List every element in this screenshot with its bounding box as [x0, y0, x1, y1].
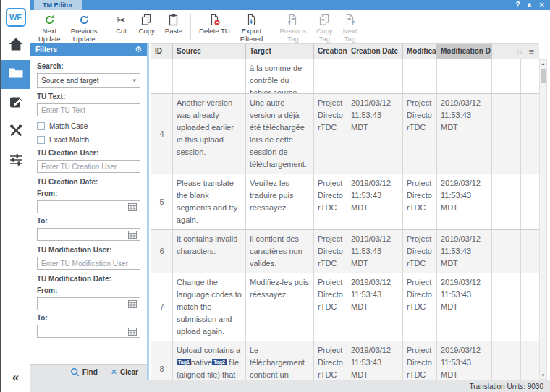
table-row[interactable]: 5Please translate the blank segments and…	[151, 174, 539, 230]
previous-update-button[interactable]: PreviousUpdate	[66, 12, 103, 44]
cell-id: 7	[151, 273, 173, 341]
tm-editor-window: WF	[0, 0, 550, 392]
creation-from-label: From:	[37, 189, 140, 197]
cell-id: 8	[151, 341, 173, 380]
toolbar-separator	[190, 13, 191, 40]
column-header-modification_user[interactable]: Modification	[403, 44, 437, 59]
table-row[interactable]: 4Another version was already uploaded ea…	[151, 94, 539, 174]
sidebar-item-settings[interactable]	[1, 147, 30, 176]
scroll-down-arrow[interactable]: ▼	[540, 372, 546, 379]
column-header-source[interactable]: Source	[173, 44, 246, 59]
modification-date-to-input[interactable]	[37, 325, 140, 338]
table-header-row: IDSourceTargetCreation UseCreation DateM…	[151, 43, 539, 59]
find-button[interactable]: Find	[70, 367, 98, 377]
sliders-icon	[9, 153, 23, 170]
tu-text-input[interactable]	[37, 103, 140, 116]
tu-creation-user-input[interactable]	[37, 160, 140, 173]
sidebar-item-tools[interactable]	[1, 118, 30, 147]
tu-text-label: TU Text:	[37, 93, 140, 101]
translation-units-table: IDSourceTargetCreation UseCreation DateM…	[151, 43, 539, 380]
cell-modification_date: 2019/03/12 11:53:43 MDT	[437, 341, 492, 380]
exact-match-checkbox[interactable]: Exact Match	[37, 136, 140, 144]
table-row[interactable]: 8Upload contains a Tag1nativeTag2 file (…	[151, 341, 539, 380]
export-filtered-button[interactable]: ExportFiltered	[235, 12, 268, 44]
cell-source: It contains invalid characters.	[173, 230, 246, 273]
previous-tag-button: PreviousTag	[274, 12, 311, 44]
search-scope-value: Source and target	[41, 77, 99, 85]
export-icon	[245, 13, 258, 27]
scrollbar-thumb[interactable]	[541, 69, 546, 83]
cell-creation_date: 2019/03/12 11:53:43 MDT	[347, 273, 403, 341]
cut-button[interactable]: ✂Cut	[109, 12, 134, 36]
cell-filler	[492, 341, 521, 380]
match-case-checkbox[interactable]: Match Case	[37, 122, 140, 130]
column-header-modification_date[interactable]: Modification Date	[437, 44, 492, 59]
table-row[interactable]: 6It contains invalid characters.Il conti…	[151, 230, 539, 273]
filters-title: Filters	[35, 46, 57, 54]
inline-tag-badge: Tag2	[212, 359, 227, 365]
translation-units-count: Translation Units: 9030	[470, 383, 543, 391]
cell-source: Change the language codes to match the s…	[173, 273, 246, 341]
column-header-creation_user[interactable]: Creation Use	[314, 44, 347, 59]
vertical-scrollbar[interactable]: ▲ ▼	[539, 59, 547, 380]
cell-target: Le téléchargement contient un fichier Ta…	[246, 341, 314, 380]
scroll-up-arrow[interactable]: ▲	[540, 60, 546, 67]
cell-filler	[521, 174, 539, 229]
tu-creation-user-label: TU Creation User:	[37, 149, 140, 157]
tu-modification-user-input[interactable]	[37, 257, 140, 270]
creation-date-from-input[interactable]	[37, 200, 140, 213]
cell-target: Veuillez les traduire puis réessayez.	[246, 174, 314, 229]
table-row[interactable]: 7Change the language codes to match the …	[151, 273, 539, 341]
next-update-button[interactable]: NextUpdate	[33, 12, 66, 44]
toolbar-separator	[106, 13, 106, 40]
column-header-id[interactable]: ID	[151, 44, 173, 59]
sidebar-item-home[interactable]	[1, 31, 30, 60]
column-header-creation_date[interactable]: Creation Date	[347, 44, 403, 59]
delete-tu-label: Delete TU	[199, 27, 230, 35]
sidebar-item-editor[interactable]	[1, 89, 30, 118]
clear-button[interactable]: ✕ Clear	[111, 367, 138, 377]
tag-next-icon	[344, 13, 356, 27]
delete-tu-button[interactable]: Delete TU	[194, 12, 235, 36]
clear-label: Clear	[120, 368, 138, 376]
folder-icon	[8, 67, 24, 82]
cell-filler	[521, 273, 539, 341]
gear-icon[interactable]: ⚙	[135, 46, 142, 54]
paste-button[interactable]: Paste	[160, 12, 187, 36]
titlebar: TM Editor ? ∧ ✕	[30, 0, 550, 10]
sidebar-item-folder[interactable]	[1, 60, 30, 89]
copy-tag-button: CopyTag	[311, 12, 337, 44]
copy-button[interactable]: Copy	[134, 12, 160, 36]
status-bar: Translation Units: 9030	[30, 380, 550, 392]
close-icon[interactable]: ✕	[539, 1, 545, 9]
paste-icon	[167, 13, 179, 27]
search-icon	[70, 367, 80, 377]
search-scope-select[interactable]: Source and target ▾	[37, 73, 140, 88]
cell-filler	[492, 174, 521, 229]
header-filler: ↑↓≡	[492, 44, 539, 59]
cell-filler	[492, 59, 521, 93]
copy-tag-label: CopyTag	[316, 27, 332, 43]
creation-date-to-input[interactable]	[37, 228, 140, 241]
column-header-target[interactable]: Target	[246, 44, 314, 59]
collapse-sidebar-button[interactable]: «	[12, 370, 19, 385]
sort-icon[interactable]: ↑↓	[516, 48, 522, 56]
next-tag-button: NextTag	[338, 12, 363, 44]
cell-creation_date: 2019/03/12 11:53:43 MDT	[347, 230, 403, 273]
cell-modification_date: 2019/03/12 11:53:43 MDT	[437, 174, 492, 229]
cell-modification_user: Project DirectorTDC	[403, 230, 437, 273]
column-menu-icon[interactable]: ≡	[528, 47, 534, 56]
help-icon[interactable]: ?	[515, 1, 520, 9]
tab-label: TM Editor	[43, 1, 73, 9]
tab-tm-editor[interactable]: TM Editor	[34, 0, 82, 10]
collapse-panel-icon[interactable]: ∧	[526, 1, 532, 9]
paste-label: Paste	[165, 27, 182, 35]
previous-update-label: PreviousUpdate	[71, 27, 98, 43]
calendar-icon	[128, 299, 137, 308]
table-row[interactable]: à la somme de contrôle du fichier source…	[151, 59, 539, 94]
sidebar: WF	[0, 0, 30, 392]
modification-date-from-input[interactable]	[37, 297, 140, 310]
cell-filler	[492, 273, 521, 341]
tu-modification-user-label: TU Modification User:	[37, 246, 140, 254]
cell-filler	[492, 230, 521, 273]
